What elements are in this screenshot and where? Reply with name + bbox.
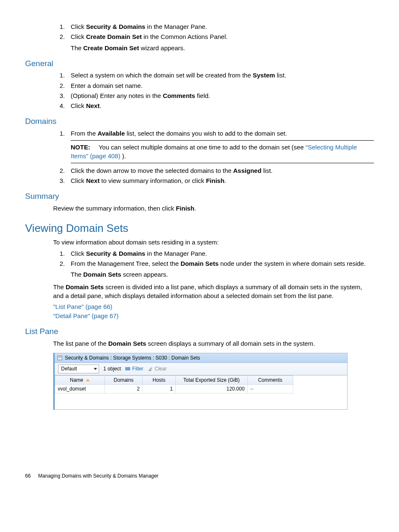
- svg-rect-5: [129, 367, 130, 370]
- list-item: 3. (Optional) Enter any notes in the Com…: [53, 92, 374, 100]
- heading-summary: Summary: [25, 191, 374, 202]
- intro-steps: 1. Click Security & Domains in the Manag…: [53, 23, 374, 52]
- link-list-pane[interactable]: "List Pane" (page 66): [53, 303, 113, 310]
- table-empty-area: [55, 393, 347, 409]
- screenshot-table: Name Domains Hosts Total Exported Size (…: [55, 375, 348, 410]
- list-item: 2. From the Management Tree, select the …: [53, 260, 374, 279]
- view-select-value: Default: [61, 365, 77, 372]
- viewing-description: The Domain Sets screen is divided into a…: [53, 283, 374, 300]
- footer-title: Managing Domains with Security & Domains…: [38, 473, 158, 479]
- list-item: 4. Click Next.: [53, 102, 374, 110]
- col-domains[interactable]: Domains: [105, 375, 143, 384]
- sort-ascending-icon: [86, 379, 90, 381]
- col-hosts[interactable]: Hosts: [142, 375, 175, 384]
- link-detail-pane[interactable]: "Detail Pane" (page 67): [53, 312, 119, 319]
- screenshot-titlebar: Security & Domains : Storage Systems : S…: [55, 353, 348, 363]
- cell-domains: 2: [105, 384, 143, 393]
- cell-comments: --: [247, 384, 293, 393]
- svg-rect-2: [125, 367, 126, 370]
- list-item: 3. Click Next to view summary informatio…: [53, 177, 374, 185]
- screenshot-toolbar: Default 1 object Filter Clear: [55, 363, 348, 375]
- step-number: 1.: [53, 23, 65, 31]
- svg-rect-0: [58, 356, 62, 360]
- note-label: NOTE:: [71, 144, 90, 151]
- cell-size: 120.000: [176, 384, 248, 393]
- table-header-row: Name Domains Hosts Total Exported Size (…: [55, 375, 293, 384]
- list-item: 2. Enter a domain set name.: [53, 82, 374, 90]
- viewing-steps: 1. Click Security & Domains in the Manag…: [53, 249, 374, 279]
- list-item: 1. Click Security & Domains in the Manag…: [53, 249, 374, 258]
- svg-marker-6: [149, 368, 153, 370]
- table-row[interactable]: vvol_domset 2 1 120.000 --: [55, 384, 293, 393]
- viewing-intro: To view information about domain sets re…: [53, 238, 374, 247]
- col-name[interactable]: Name: [55, 375, 105, 384]
- list-item: 1. Select a system on which the domain s…: [53, 71, 374, 80]
- heading-general: General: [25, 58, 374, 69]
- heading-list-pane: List Pane: [25, 326, 374, 337]
- list-pane-text: The list pane of the Domain Sets screen …: [53, 339, 374, 348]
- svg-rect-1: [59, 357, 61, 357]
- col-comments[interactable]: Comments: [247, 375, 293, 384]
- list-item: 2. Click Create Domain Set in the Common…: [53, 33, 374, 52]
- window-icon: [57, 355, 62, 360]
- filter-button[interactable]: Filter: [125, 365, 143, 372]
- cell-name: vvol_domset: [55, 384, 105, 393]
- list-item: 2. Click the down arrow to move the sele…: [53, 167, 374, 175]
- col-total-exported-size[interactable]: Total Exported Size (GiB): [176, 375, 248, 384]
- step-number: 2.: [53, 33, 65, 41]
- clear-button[interactable]: Clear: [148, 365, 167, 372]
- svg-rect-4: [128, 367, 129, 370]
- heading-viewing-domain-sets: Viewing Domain Sets: [25, 221, 374, 236]
- general-steps: 1. Select a system on which the domain s…: [53, 71, 374, 110]
- summary-text: Review the summary information, then cli…: [53, 204, 374, 213]
- note-block: NOTE:You can select multiple domains at …: [71, 140, 374, 163]
- viewing-links: "List Pane" (page 66) "Detail Pane" (pag…: [53, 303, 374, 321]
- page-footer: 66 Managing Domains with Security & Doma…: [25, 473, 374, 479]
- chevron-down-icon: [94, 368, 97, 370]
- svg-rect-7: [148, 370, 151, 371]
- heading-domains: Domains: [25, 116, 374, 127]
- domains-steps: 1. From the Available list, select the d…: [53, 129, 374, 185]
- screenshot-domain-sets-list-pane: Security & Domains : Storage Systems : S…: [53, 353, 348, 410]
- filter-icon: [125, 366, 131, 371]
- list-item: 1. Click Security & Domains in the Manag…: [53, 23, 374, 31]
- view-select[interactable]: Default: [58, 365, 99, 373]
- cell-hosts: 1: [142, 384, 175, 393]
- eraser-icon: [148, 366, 153, 371]
- object-count: 1 object: [103, 365, 121, 372]
- page-number: 66: [25, 473, 37, 479]
- list-item: 1. From the Available list, select the d…: [53, 129, 374, 163]
- svg-rect-3: [127, 367, 128, 370]
- screenshot-title: Security & Domains : Storage Systems : S…: [65, 355, 200, 361]
